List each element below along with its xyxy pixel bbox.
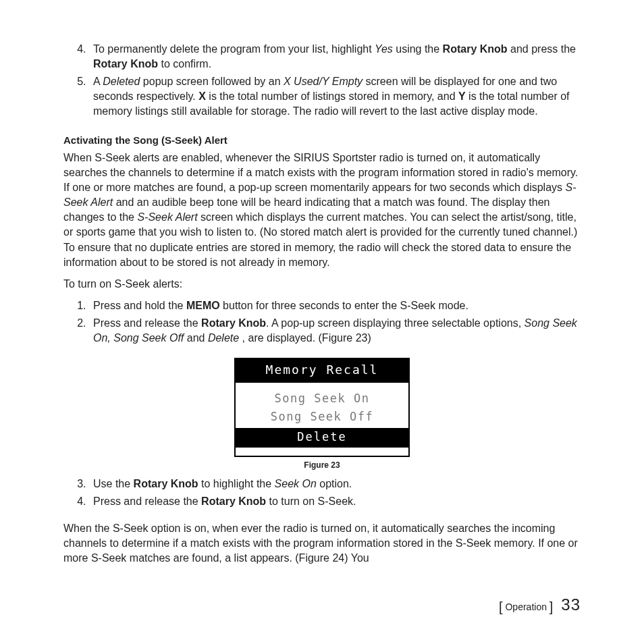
instruction-list-3: Use the Rotary Knob to highlight the See… — [63, 477, 581, 509]
text-italic: Delete — [208, 332, 239, 344]
list-item: Press and hold the MEMO button for three… — [89, 298, 581, 313]
list-item: To permanently delete the program from y… — [89, 42, 581, 72]
text-bold: Rotary Knob — [201, 495, 266, 507]
lcd-title: Memory Recall — [236, 359, 408, 383]
text: popup screen followed by an — [140, 76, 284, 87]
text-italic: Yes — [375, 43, 393, 55]
bracket-icon: ] — [549, 599, 554, 614]
text: is the total number of listings stored i… — [206, 90, 458, 102]
text: and — [184, 332, 208, 344]
text: , are displayed. (Figure 23) — [239, 332, 371, 344]
list-item: A Deleted popup screen followed by an X … — [89, 74, 581, 119]
text-italic: Deleted — [103, 76, 140, 87]
text-bold: X — [198, 90, 206, 102]
bracket-icon: [ — [499, 599, 503, 614]
list-item: Press and release the Rotary Knob to tur… — [89, 494, 581, 509]
lcd-option-selected: Delete — [236, 428, 408, 446]
text: to confirm. — [158, 58, 211, 70]
text-bold: Rotary Knob — [93, 58, 158, 70]
text-italic: Seek On — [275, 478, 317, 489]
text: Press and release the — [93, 317, 201, 329]
text: . A pop-up screen displaying three selec… — [266, 317, 524, 329]
text: Use the — [93, 478, 134, 489]
list-item: Use the Rotary Knob to highlight the See… — [89, 477, 581, 491]
text: option. — [317, 478, 352, 489]
text-bold: MEMO — [186, 300, 220, 311]
body-paragraph: When S-Seek alerts are enabled, whenever… — [63, 151, 581, 270]
figure-23: Memory Recall Song Seek On Song Seek Off… — [63, 358, 581, 471]
text: Press and release the — [93, 495, 201, 507]
text-bold: Rotary Knob — [443, 43, 508, 55]
text: to highlight the — [198, 478, 275, 489]
lcd-option: Song Seek Off — [236, 408, 408, 426]
section-heading: Activating the Song (S-Seek) Alert — [63, 134, 581, 148]
footer-section: Operation — [505, 601, 546, 612]
body-paragraph: To turn on S-Seek alerts: — [63, 277, 581, 292]
lcd-option: Song Seek On — [236, 390, 408, 408]
text-italic: S-Seek Alert — [137, 211, 197, 223]
text: A — [93, 76, 103, 87]
text-italic: X Used/Y Empty — [284, 76, 363, 87]
instruction-list-1: To permanently delete the program from y… — [63, 42, 581, 119]
text: When S-Seek alerts are enabled, whenever… — [63, 152, 578, 193]
text-bold: Rotary Knob — [134, 478, 198, 489]
lcd-screen: Memory Recall Song Seek On Song Seek Off… — [234, 358, 410, 457]
page-number: 33 — [561, 595, 581, 614]
text: using the — [393, 43, 443, 55]
list-item: Press and release the Rotary Knob. A pop… — [89, 316, 581, 346]
lcd-body: Song Seek On Song Seek Off Delete — [236, 383, 408, 446]
text-bold: Y — [458, 90, 466, 102]
text: To permanently delete the program from y… — [93, 43, 375, 55]
text: Press and hold the — [93, 300, 186, 311]
instruction-list-2: Press and hold the MEMO button for three… — [63, 298, 581, 346]
text: button for three seconds to enter the S-… — [220, 300, 468, 311]
text: to turn on S-Seek. — [266, 495, 356, 507]
lcd-footer-bar — [236, 446, 408, 456]
figure-caption: Figure 23 — [63, 460, 581, 471]
body-paragraph: When the S-Seek option is on, when ever … — [63, 521, 581, 566]
text-bold: Rotary Knob — [201, 317, 266, 329]
page-footer: [ Operation ] 33 — [499, 593, 581, 617]
text: and press the — [508, 43, 576, 55]
